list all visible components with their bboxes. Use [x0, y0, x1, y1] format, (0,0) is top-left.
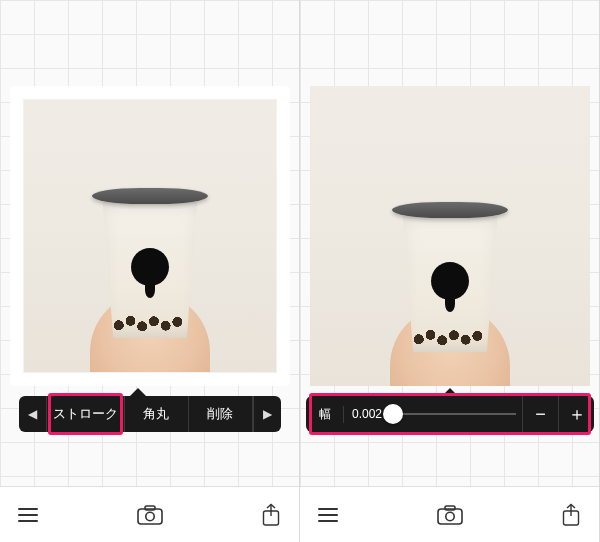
camera-icon[interactable]	[437, 505, 463, 525]
menu-icon[interactable]	[18, 508, 38, 522]
decrement-button[interactable]: −	[522, 396, 558, 432]
cup-illustration	[96, 188, 204, 338]
slider-track[interactable]	[390, 396, 522, 432]
svg-point-6	[445, 512, 453, 520]
svg-point-1	[145, 512, 153, 520]
toolbar-prev-button[interactable]: ◀	[19, 396, 47, 432]
segment-delete[interactable]: 削除	[189, 396, 253, 432]
toolbar-pointer-icon	[442, 388, 458, 396]
slider-thumb[interactable]	[383, 404, 403, 424]
canvas-sheet[interactable]	[10, 86, 290, 386]
svg-rect-5	[438, 509, 462, 524]
menu-icon[interactable]	[318, 508, 338, 522]
svg-rect-2	[145, 506, 155, 510]
edit-toolbar: ◀ ストローク 角丸 削除 ▶	[19, 396, 281, 432]
width-slider-bar: 幅 0.002 − ＋	[306, 396, 594, 432]
toolbar-pointer-icon	[130, 388, 146, 396]
cup-illustration	[396, 202, 504, 352]
segment-corner-radius[interactable]: 角丸	[125, 396, 189, 432]
photo-frame[interactable]	[310, 86, 590, 386]
increment-button[interactable]: ＋	[558, 396, 594, 432]
slider-label: 幅	[306, 406, 344, 423]
photo-bubble-tea	[310, 86, 590, 386]
bottom-toolbar	[300, 486, 599, 542]
photo-bubble-tea	[24, 100, 276, 372]
svg-rect-7	[445, 506, 455, 510]
bottom-toolbar	[0, 486, 299, 542]
share-icon[interactable]	[561, 503, 581, 527]
svg-rect-0	[138, 509, 162, 524]
left-screenshot: ◀ ストローク 角丸 削除 ▶	[0, 0, 300, 542]
share-icon[interactable]	[261, 503, 281, 527]
toolbar-next-button[interactable]: ▶	[253, 396, 281, 432]
photo-frame[interactable]	[24, 100, 276, 372]
camera-icon[interactable]	[137, 505, 163, 525]
segment-stroke[interactable]: ストローク	[47, 396, 125, 432]
right-screenshot: 幅 0.002 − ＋	[300, 0, 600, 542]
canvas-sheet[interactable]	[310, 86, 590, 386]
